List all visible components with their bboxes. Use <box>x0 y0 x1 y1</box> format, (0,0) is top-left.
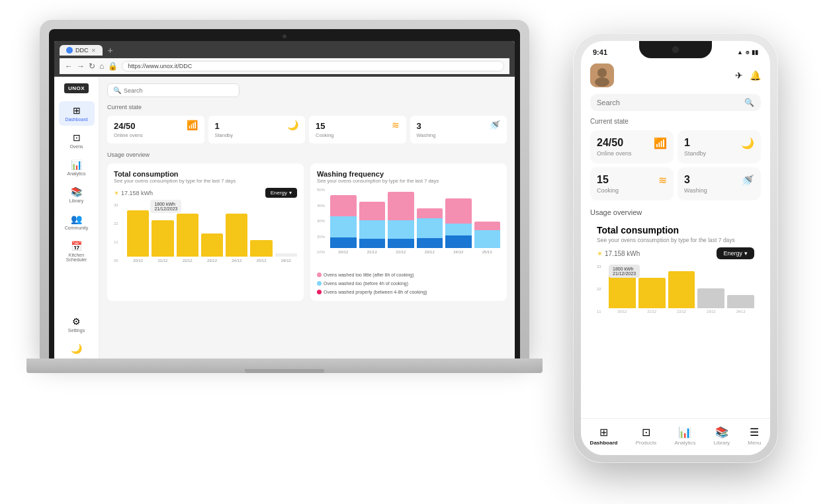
send-icon[interactable]: ✈ <box>735 70 743 81</box>
phone-nav-dashboard[interactable]: ⊞ Dashboard <box>586 426 622 446</box>
status-card-washing: 🚿 3 Washing <box>410 116 507 144</box>
phone-nav-menu[interactable]: ☰ Menu <box>744 426 765 446</box>
phone-y-axis: 33 22 11 <box>597 265 601 314</box>
browser-tab[interactable]: DDC ✕ <box>60 45 103 56</box>
phone-bar-chart: 33 22 11 1800 kWh21/12/2023 20/12 <box>597 265 754 324</box>
phone-battery-icon: ▮▮ <box>752 49 758 56</box>
phone-consumption-card: Total consumption See your ovens consump… <box>590 218 761 331</box>
phone-bar-3: 22/12 <box>668 271 695 314</box>
sidebar-label-analytics: Analytics <box>67 171 85 176</box>
sidebar-item-analytics[interactable]: 📊 Analytics <box>59 155 95 180</box>
search-bar[interactable]: 🔍 <box>107 83 240 97</box>
forward-icon[interactable]: → <box>77 62 85 71</box>
phone-consumption-sub: See your ovens consumption by type for t… <box>597 237 754 243</box>
phone-search-input[interactable] <box>597 99 740 106</box>
phone-chart-tooltip: 1800 kWh21/12/2023 <box>609 265 640 278</box>
laptop-camera <box>283 34 286 38</box>
community-icon: 👥 <box>71 214 82 224</box>
phone-energy-button[interactable]: Energy ▾ <box>717 247 754 259</box>
bar-group-3: 22/12 <box>177 214 198 263</box>
ovens-icon: ⊡ <box>73 132 81 143</box>
phone-consumption-title: Total consumption <box>597 225 754 235</box>
cooking-icon: ≋ <box>392 120 400 130</box>
wifi-icon: 📶 <box>187 120 198 130</box>
phone-wifi-icon: ⌾ <box>746 49 749 56</box>
refresh-icon[interactable]: ↻ <box>89 62 95 71</box>
phone-bottom-nav: ⊞ Dashboard ⊡ Products 📊 Analytics 📚 Lib… <box>581 418 770 455</box>
phone-card-standby: 🌙 1 Standby <box>678 130 761 163</box>
phone-washing-label: Washing <box>684 187 754 194</box>
sidebar-item-settings[interactable]: ⚙ Settings <box>59 312 95 337</box>
phone-washing-icon: 🚿 <box>741 174 754 187</box>
phone-avatar[interactable] <box>590 63 614 87</box>
sidebar-item-dashboard[interactable]: ⊞ Dashboard <box>59 101 95 126</box>
search-input[interactable] <box>124 87 234 94</box>
legend-label-1: Ovens washed too little (after 8h of coo… <box>324 273 414 277</box>
bell-icon[interactable]: 🔔 <box>750 70 761 81</box>
wash-bar-3: 22/12 <box>388 192 414 254</box>
phone-search-bar[interactable]: 🔍 <box>590 94 761 111</box>
sidebar-item-library[interactable]: 📚 Library <box>59 183 95 207</box>
sidebar-item-ovens[interactable]: ⊡ Ovens <box>59 128 95 153</box>
scene: DDC ✕ + ← → ↻ ⌂ 🔒 https://w <box>0 0 831 504</box>
phone-card-washing: 🚿 3 Washing <box>678 167 761 200</box>
legend-item-1: Ovens washed too little (after 8h of coo… <box>317 273 414 277</box>
wash-bar-1: 20/12 <box>330 195 357 254</box>
phone-nav-analytics[interactable]: 📊 Analytics <box>670 426 699 446</box>
laptop-base <box>26 358 543 373</box>
bar-group-4: 23/12 <box>201 233 223 263</box>
phone-inner: 9:41 ▲ ⌾ ▮▮ <box>581 41 770 455</box>
kwh-label: ☀ 17.158 kWh <box>114 190 153 196</box>
sidebar-item-scheduler[interactable]: 📅 Kitchen Scheduler <box>59 237 95 266</box>
laptop-status-cards: 📶 24/50 Online ovens 🌙 1 Standby <box>107 116 507 144</box>
phone-notch <box>639 41 712 58</box>
washing-value: 3 <box>417 121 501 131</box>
search-icon: 🔍 <box>113 87 121 94</box>
chevron-down-icon: ▾ <box>289 190 292 196</box>
home-icon[interactable]: ⌂ <box>99 62 104 71</box>
wash-bar-5: 24/12 <box>445 198 472 254</box>
consumption-title: Total consumption <box>114 170 297 178</box>
energy-button[interactable]: Energy ▾ <box>265 188 297 198</box>
phone-nav-menu-label: Menu <box>748 440 761 446</box>
phone-status-icons: ▲ ⌾ ▮▮ <box>737 49 758 56</box>
back-icon[interactable]: ← <box>65 62 73 71</box>
phone-chevron-icon: ▾ <box>744 250 748 257</box>
usage-section: Total consumption See your ovens consump… <box>107 163 507 301</box>
phone-standby-label: Standby <box>684 150 754 157</box>
cooking-label: Cooking <box>316 132 400 138</box>
app-layout: UNOX ⊞ Dashboard ⊡ Ovens 📊 <box>54 77 515 358</box>
legend-dot-2 <box>317 281 322 286</box>
usage-overview-label: Usage overview <box>107 151 507 158</box>
phone-kwh-label: ☀ 17.158 kWh <box>597 250 640 257</box>
darkmode-icon: 🌙 <box>71 343 82 354</box>
phone: 9:41 ▲ ⌾ ▮▮ <box>573 33 778 463</box>
phone-outer: 9:41 ▲ ⌾ ▮▮ <box>573 33 778 463</box>
phone-nav-products[interactable]: ⊡ Products <box>632 426 661 446</box>
new-tab-icon[interactable]: + <box>105 45 116 56</box>
phone-bar-4: 23/12 <box>697 288 724 314</box>
browser-chrome: DDC ✕ + ← → ↻ ⌂ 🔒 https://w <box>54 41 515 77</box>
url-text: https://www.unox.it/DDC <box>128 63 192 69</box>
phone-status-cards: 📶 24/50 Online ovens 🌙 1 Standby ≋ 15 <box>590 130 761 200</box>
phone-nav-library-label: Library <box>714 440 730 446</box>
phone-bar-5: 24/12 <box>727 295 754 314</box>
phone-nav-library[interactable]: 📚 Library <box>710 426 734 446</box>
svg-point-1 <box>597 68 607 77</box>
phone-content: ✈ 🔔 🔍 Current state 📶 24/ <box>581 61 770 435</box>
sidebar-item-community[interactable]: 👥 Community <box>59 210 95 234</box>
wash-bar-2: 21/12 <box>359 202 386 254</box>
lock-icon: 🔒 <box>108 62 118 71</box>
sidebar-logo: UNOX <box>64 83 89 93</box>
phone-card-cooking: ≋ 15 Cooking <box>590 167 674 200</box>
legend-label-2: Ovens washed too (before 4h of cooking) <box>324 281 408 286</box>
phone-cooking-icon: ≋ <box>658 174 667 187</box>
sidebar-item-darkmode[interactable]: 🌙 <box>59 339 95 358</box>
address-bar[interactable]: https://www.unox.it/DDC <box>122 61 504 71</box>
tab-close-icon[interactable]: ✕ <box>91 48 96 54</box>
washing-y-axis: 50% 40% 30% 20% 10% <box>317 188 325 254</box>
chart-legend: Ovens washed too little (after 8h of coo… <box>317 273 500 294</box>
phone-cooking-value: 15 <box>597 174 667 186</box>
legend-dot-1 <box>317 273 322 277</box>
phone-online-label: Online ovens <box>597 150 667 157</box>
